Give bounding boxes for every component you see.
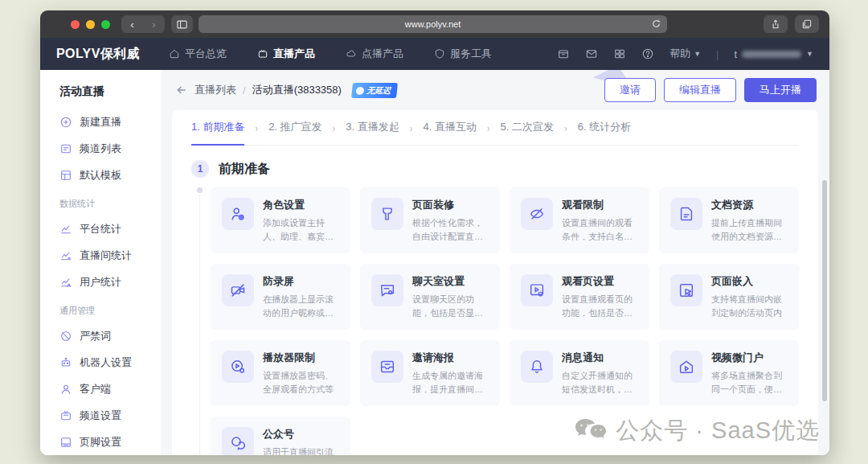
sidebar-item[interactable]: 页脚设置 <box>40 429 161 455</box>
timeline-line <box>199 195 200 455</box>
feature-card[interactable]: 观看页设置设置直播观看页的功能，包括是否允许移动端观看等 <box>510 264 649 330</box>
nav-menu-item[interactable]: 服务工具 <box>434 47 492 61</box>
tabs-overview-button[interactable] <box>795 15 819 33</box>
sidebar-item[interactable]: 机器人设置 <box>40 349 161 376</box>
feature-card[interactable]: 页面嵌入支持将直播间内嵌到定制的活动页内 <box>659 264 799 330</box>
watermark-text: 公众号 · SaaS优选 <box>616 415 820 447</box>
feature-card[interactable]: 防录屏在播放器上显示滚动的用户昵称或固定文字，达到防... <box>211 264 350 330</box>
box-button[interactable] <box>557 47 570 60</box>
sidebar-item-label: 客户端 <box>80 382 111 396</box>
step-tab[interactable]: 5. 二次宣发 <box>501 110 554 146</box>
secondary-action-button[interactable]: 邀请 <box>604 78 656 102</box>
sidebar-item[interactable]: 平台统计 <box>40 216 161 242</box>
card-description: 设置直播观看页的功能，包括是否允许移动端观看等 <box>562 293 638 319</box>
step-tab[interactable]: 6. 统计分析 <box>578 110 631 146</box>
sidebar-item[interactable]: 用户统计 <box>40 269 161 295</box>
browser-forward-button[interactable]: › <box>143 15 165 33</box>
maximize-window-icon[interactable] <box>101 20 110 29</box>
live-tv-icon <box>257 48 268 60</box>
role-icon <box>229 205 247 223</box>
start-live-button[interactable]: 马上开播 <box>744 78 817 102</box>
nav-menu-item[interactable]: 平台总览 <box>169 47 227 61</box>
nav-menu-item[interactable]: 点播产品 <box>346 47 403 61</box>
camera-off-icon <box>229 281 247 299</box>
sidebar-group-header: 通用管理 <box>40 295 161 322</box>
card-title: 防录屏 <box>263 274 339 289</box>
card-title: 观看页设置 <box>562 274 638 289</box>
step-tab[interactable]: 4. 直播互动 <box>423 110 476 146</box>
mail-button[interactable] <box>585 47 598 60</box>
close-window-icon[interactable] <box>71 20 80 29</box>
sidebar-item-label: 用户统计 <box>80 275 121 289</box>
card-description: 提前上传直播期间使用的文档资源，减少直播中的失... <box>711 216 788 243</box>
sidebar-item[interactable]: 默认模板 <box>40 162 161 188</box>
template-icon <box>59 169 72 182</box>
timeline-dot <box>197 187 203 193</box>
feature-card[interactable]: 聊天室设置设置聊天区的功能，包括是否显示欢迎语、是否支持... <box>360 264 500 330</box>
watermark: 公众号 · SaaS优选 <box>574 415 820 447</box>
chevron-right-icon: › <box>410 121 413 133</box>
account-name-redacted <box>742 51 801 58</box>
channel-settings-icon <box>59 409 72 422</box>
nav-menu-item[interactable]: 直播产品 <box>257 47 315 61</box>
document-icon <box>678 205 695 223</box>
feature-card[interactable]: 观看限制设置直播间的观看条件，支持白名单、报名观看、验... <box>510 187 649 253</box>
feature-card[interactable]: 文档资源提前上传直播期间使用的文档资源，减少直播中的失... <box>659 187 799 253</box>
section-title: 前期准备 <box>219 161 270 178</box>
feature-card[interactable]: 公众号适用于直播间引流至公众号或客服，沉淀用户至私域... <box>211 417 350 455</box>
card-description: 在播放器上显示滚动的用户昵称或固定文字，达到防... <box>263 293 339 319</box>
feature-card[interactable]: 邀请海报生成专属的邀请海报，提升直播间分享裂变的效果 <box>360 340 500 406</box>
back-arrow-icon[interactable] <box>175 84 188 96</box>
card-title: 页面嵌入 <box>711 274 788 289</box>
step-number-badge: 1 <box>191 160 209 178</box>
sidebar-item[interactable]: 客户端 <box>40 376 161 402</box>
feature-card[interactable]: 消息通知自定义开播通知的短信发送时机，观众预约直播后，... <box>510 340 649 406</box>
question-button[interactable] <box>641 47 654 60</box>
card-title: 角色设置 <box>263 198 339 212</box>
card-description: 生成专属的邀请海报，提升直播间分享裂变的效果 <box>412 369 489 396</box>
url-text: www.polyv.net <box>405 19 461 29</box>
home-icon <box>169 48 180 60</box>
room-stats-icon <box>59 249 72 262</box>
url-bar[interactable]: www.polyv.net <box>199 15 667 33</box>
step-tab[interactable]: 1. 前期准备 <box>191 110 244 146</box>
no-delay-badge: 无延迟 <box>351 83 398 98</box>
feature-card[interactable]: 角色设置添加或设置主持人、助理、嘉宾的信息，以及新增助... <box>211 187 350 253</box>
refresh-icon[interactable] <box>651 18 661 31</box>
breadcrumb-parent[interactable]: 直播列表 <box>194 83 236 97</box>
share-button[interactable] <box>764 15 788 33</box>
feature-card[interactable]: 视频微门户将多场直播聚合到同一个页面，便于活动前期的宣发... <box>659 340 799 406</box>
chevron-right-icon: › <box>255 121 258 133</box>
step-tab[interactable]: 2. 推广宣发 <box>268 110 321 146</box>
apps-button[interactable] <box>613 47 626 60</box>
sidebar-item[interactable]: 严禁词 <box>40 322 161 349</box>
chevron-right-icon: › <box>564 121 567 133</box>
nav-menu-label: 服务工具 <box>450 47 492 61</box>
video-portal-icon <box>678 358 695 376</box>
polyv-logo[interactable]: POLYV保利威 <box>56 46 140 63</box>
step-tab[interactable]: 3. 直播发起 <box>346 110 399 146</box>
eye-off-icon <box>528 205 546 223</box>
traffic-lights <box>71 20 110 29</box>
box-icon <box>557 47 570 60</box>
secondary-action-button[interactable]: 编辑直播 <box>664 78 736 102</box>
cloud-vod-icon <box>346 48 357 60</box>
card-title: 视频微门户 <box>711 351 788 365</box>
minimize-window-icon[interactable] <box>86 20 95 29</box>
help-label: 帮助 <box>669 47 690 61</box>
sidebar-item-label: 频道列表 <box>80 142 121 156</box>
main-menu: 平台总览直播产品点播产品服务工具 <box>169 47 492 61</box>
watch-page-icon <box>528 281 546 299</box>
feature-card[interactable]: 页面装修根据个性化需求，自由设计配置直播间元素。支持自... <box>360 187 500 253</box>
sidebar-item[interactable]: 新建直播 <box>40 109 161 135</box>
sidebar-title[interactable]: 活动直播 <box>40 76 161 109</box>
feature-card[interactable]: 播放器限制设置播放器密码、全屏观看的方式等 <box>211 340 350 406</box>
help-menu[interactable]: 帮助▼ <box>669 47 701 61</box>
sidebar-item[interactable]: 频道列表 <box>40 135 161 162</box>
account-menu[interactable]: t▼ <box>734 48 813 60</box>
scrollbar[interactable] <box>822 180 827 401</box>
browser-sidebar-toggle-button[interactable] <box>171 15 193 33</box>
sidebar-item[interactable]: 频道设置 <box>40 402 161 429</box>
browser-back-button[interactable]: ‹ <box>121 15 143 33</box>
sidebar-item[interactable]: 直播间统计 <box>40 242 161 269</box>
